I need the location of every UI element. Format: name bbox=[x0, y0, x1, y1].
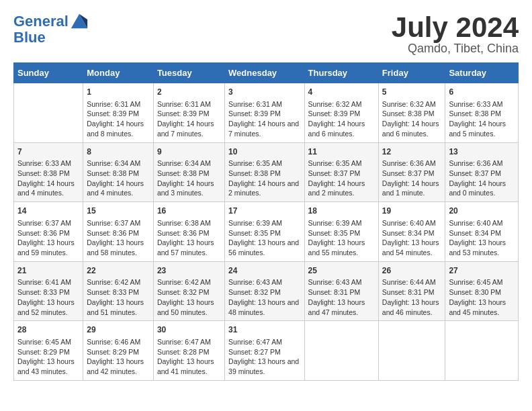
calendar-cell: 11Sunrise: 6:35 AMSunset: 8:37 PMDayligh… bbox=[304, 142, 378, 202]
calendar-cell bbox=[304, 321, 378, 381]
day-number: 29 bbox=[87, 324, 150, 336]
calendar-cell: 13Sunrise: 6:36 AMSunset: 8:37 PMDayligh… bbox=[445, 142, 519, 202]
calendar-cell: 3Sunrise: 6:31 AMSunset: 8:39 PMDaylight… bbox=[225, 83, 304, 143]
day-number: 20 bbox=[449, 205, 515, 217]
day-info: Sunrise: 6:37 AMSunset: 8:36 PMDaylight:… bbox=[87, 218, 150, 258]
day-info: Sunrise: 6:45 AMSunset: 8:30 PMDaylight:… bbox=[449, 277, 515, 317]
calendar-cell: 15Sunrise: 6:37 AMSunset: 8:36 PMDayligh… bbox=[83, 202, 154, 262]
day-info: Sunrise: 6:38 AMSunset: 8:36 PMDaylight:… bbox=[157, 218, 221, 258]
day-number: 15 bbox=[87, 205, 150, 217]
day-number: 28 bbox=[17, 324, 79, 336]
logo-text: General bbox=[13, 13, 69, 30]
day-info: Sunrise: 6:47 AMSunset: 8:28 PMDaylight:… bbox=[157, 337, 221, 377]
day-header-sunday: Sunday bbox=[14, 63, 83, 83]
calendar-cell: 29Sunrise: 6:46 AMSunset: 8:29 PMDayligh… bbox=[83, 321, 154, 381]
day-number: 12 bbox=[382, 146, 442, 158]
day-number: 25 bbox=[308, 265, 375, 277]
calendar-cell: 8Sunrise: 6:34 AMSunset: 8:38 PMDaylight… bbox=[83, 142, 154, 202]
calendar-week-4: 21Sunrise: 6:41 AMSunset: 8:33 PMDayligh… bbox=[14, 261, 519, 321]
day-number: 16 bbox=[157, 205, 221, 217]
day-number: 22 bbox=[87, 265, 150, 277]
calendar-cell bbox=[14, 83, 83, 143]
calendar-cell: 1Sunrise: 6:31 AMSunset: 8:39 PMDaylight… bbox=[83, 83, 154, 143]
day-number: 21 bbox=[17, 265, 79, 277]
day-number: 3 bbox=[228, 87, 300, 98]
day-info: Sunrise: 6:34 AMSunset: 8:38 PMDaylight:… bbox=[157, 158, 221, 198]
day-number: 31 bbox=[228, 324, 300, 336]
day-number: 26 bbox=[382, 265, 442, 277]
calendar-week-2: 7Sunrise: 6:33 AMSunset: 8:38 PMDaylight… bbox=[14, 142, 519, 202]
calendar-cell: 27Sunrise: 6:45 AMSunset: 8:30 PMDayligh… bbox=[445, 261, 519, 321]
calendar-cell: 17Sunrise: 6:39 AMSunset: 8:35 PMDayligh… bbox=[225, 202, 304, 262]
day-info: Sunrise: 6:44 AMSunset: 8:31 PMDaylight:… bbox=[382, 277, 442, 317]
calendar-cell: 16Sunrise: 6:38 AMSunset: 8:36 PMDayligh… bbox=[153, 202, 224, 262]
day-info: Sunrise: 6:39 AMSunset: 8:35 PMDaylight:… bbox=[308, 218, 375, 258]
day-info: Sunrise: 6:43 AMSunset: 8:32 PMDaylight:… bbox=[228, 277, 300, 317]
calendar-cell bbox=[445, 321, 519, 381]
calendar-cell: 30Sunrise: 6:47 AMSunset: 8:28 PMDayligh… bbox=[153, 321, 224, 381]
day-info: Sunrise: 6:33 AMSunset: 8:38 PMDaylight:… bbox=[17, 158, 79, 198]
day-number: 11 bbox=[308, 146, 375, 158]
day-number: 5 bbox=[382, 87, 442, 98]
day-info: Sunrise: 6:31 AMSunset: 8:39 PMDaylight:… bbox=[87, 99, 150, 139]
day-header-saturday: Saturday bbox=[445, 63, 519, 83]
calendar-cell: 7Sunrise: 6:33 AMSunset: 8:38 PMDaylight… bbox=[14, 142, 83, 202]
day-info: Sunrise: 6:31 AMSunset: 8:39 PMDaylight:… bbox=[157, 99, 221, 139]
calendar-cell: 19Sunrise: 6:40 AMSunset: 8:34 PMDayligh… bbox=[378, 202, 445, 262]
calendar-week-1: 1Sunrise: 6:31 AMSunset: 8:39 PMDaylight… bbox=[14, 83, 519, 143]
day-number: 9 bbox=[157, 146, 221, 158]
day-number: 17 bbox=[228, 205, 300, 217]
logo-general: General bbox=[13, 13, 69, 30]
day-number: 7 bbox=[17, 146, 79, 158]
day-number: 13 bbox=[449, 146, 515, 158]
day-info: Sunrise: 6:47 AMSunset: 8:27 PMDaylight:… bbox=[228, 337, 300, 377]
calendar-cell: 23Sunrise: 6:42 AMSunset: 8:32 PMDayligh… bbox=[153, 261, 224, 321]
day-number: 10 bbox=[228, 146, 300, 158]
day-number: 4 bbox=[308, 87, 375, 98]
day-info: Sunrise: 6:35 AMSunset: 8:38 PMDaylight:… bbox=[228, 158, 300, 198]
day-number: 19 bbox=[382, 205, 442, 217]
calendar-cell: 2Sunrise: 6:31 AMSunset: 8:39 PMDaylight… bbox=[153, 83, 224, 143]
day-info: Sunrise: 6:46 AMSunset: 8:29 PMDaylight:… bbox=[87, 337, 150, 377]
day-info: Sunrise: 6:39 AMSunset: 8:35 PMDaylight:… bbox=[228, 218, 300, 258]
day-number: 18 bbox=[308, 205, 375, 217]
day-number: 27 bbox=[449, 265, 515, 277]
location-subtitle: Qamdo, Tibet, China bbox=[392, 42, 519, 56]
day-info: Sunrise: 6:31 AMSunset: 8:39 PMDaylight:… bbox=[228, 99, 300, 139]
day-info: Sunrise: 6:34 AMSunset: 8:38 PMDaylight:… bbox=[87, 158, 150, 198]
calendar-week-5: 28Sunrise: 6:45 AMSunset: 8:29 PMDayligh… bbox=[14, 321, 519, 381]
day-info: Sunrise: 6:35 AMSunset: 8:37 PMDaylight:… bbox=[308, 158, 375, 198]
calendar-cell: 20Sunrise: 6:40 AMSunset: 8:34 PMDayligh… bbox=[445, 202, 519, 262]
day-info: Sunrise: 6:36 AMSunset: 8:37 PMDaylight:… bbox=[449, 158, 515, 198]
day-info: Sunrise: 6:43 AMSunset: 8:31 PMDaylight:… bbox=[308, 277, 375, 317]
calendar-cell: 25Sunrise: 6:43 AMSunset: 8:31 PMDayligh… bbox=[304, 261, 378, 321]
day-number: 1 bbox=[87, 87, 150, 98]
day-number: 8 bbox=[87, 146, 150, 158]
day-info: Sunrise: 6:40 AMSunset: 8:34 PMDaylight:… bbox=[449, 218, 515, 258]
day-info: Sunrise: 6:33 AMSunset: 8:38 PMDaylight:… bbox=[449, 99, 515, 139]
calendar-cell: 14Sunrise: 6:37 AMSunset: 8:36 PMDayligh… bbox=[14, 202, 83, 262]
month-title: July 2024 bbox=[392, 13, 519, 42]
day-number: 14 bbox=[17, 205, 79, 217]
day-info: Sunrise: 6:40 AMSunset: 8:34 PMDaylight:… bbox=[382, 218, 442, 258]
calendar-cell: 22Sunrise: 6:42 AMSunset: 8:33 PMDayligh… bbox=[83, 261, 154, 321]
day-header-wednesday: Wednesday bbox=[225, 63, 304, 83]
logo-blue: Blue bbox=[13, 30, 89, 46]
calendar-cell: 21Sunrise: 6:41 AMSunset: 8:33 PMDayligh… bbox=[14, 261, 83, 321]
day-header-thursday: Thursday bbox=[304, 63, 378, 83]
calendar-cell bbox=[378, 321, 445, 381]
calendar-cell: 31Sunrise: 6:47 AMSunset: 8:27 PMDayligh… bbox=[225, 321, 304, 381]
calendar-cell: 18Sunrise: 6:39 AMSunset: 8:35 PMDayligh… bbox=[304, 202, 378, 262]
calendar-cell: 5Sunrise: 6:32 AMSunset: 8:38 PMDaylight… bbox=[378, 83, 445, 143]
day-number: 23 bbox=[157, 265, 221, 277]
calendar-cell: 24Sunrise: 6:43 AMSunset: 8:32 PMDayligh… bbox=[225, 261, 304, 321]
day-number: 6 bbox=[449, 87, 515, 98]
day-header-monday: Monday bbox=[83, 63, 154, 83]
calendar-cell: 6Sunrise: 6:33 AMSunset: 8:38 PMDaylight… bbox=[445, 83, 519, 143]
day-header-friday: Friday bbox=[378, 63, 445, 83]
page-header: General Blue July 2024 Qamdo, Tibet, Chi… bbox=[13, 13, 519, 56]
title-block: July 2024 Qamdo, Tibet, China bbox=[392, 13, 519, 56]
day-info: Sunrise: 6:42 AMSunset: 8:33 PMDaylight:… bbox=[87, 277, 150, 317]
calendar-header-row: SundayMondayTuesdayWednesdayThursdayFrid… bbox=[14, 63, 519, 83]
calendar-cell: 26Sunrise: 6:44 AMSunset: 8:31 PMDayligh… bbox=[378, 261, 445, 321]
